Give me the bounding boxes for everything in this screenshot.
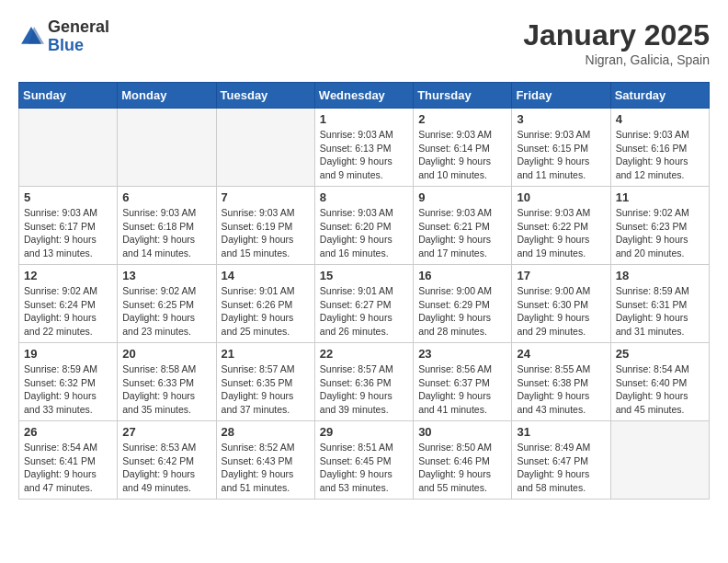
logo-text: General Blue [48, 18, 109, 55]
calendar-cell: 12Sunrise: 9:02 AMSunset: 6:24 PMDayligh… [19, 265, 118, 343]
calendar-cell: 11Sunrise: 9:02 AMSunset: 6:23 PMDayligh… [610, 187, 709, 265]
day-number: 29 [320, 425, 408, 439]
calendar-cell: 1Sunrise: 9:03 AMSunset: 6:13 PMDaylight… [314, 109, 413, 187]
calendar-week-row: 19Sunrise: 8:59 AMSunset: 6:32 PMDayligh… [19, 343, 710, 421]
cell-info: Sunrise: 9:03 AMSunset: 6:18 PMDaylight:… [122, 206, 210, 260]
cell-info: Sunrise: 9:01 AMSunset: 6:27 PMDaylight:… [320, 284, 408, 339]
cell-info: Sunrise: 8:54 AMSunset: 6:41 PMDaylight:… [24, 441, 112, 495]
day-number: 6 [122, 190, 210, 204]
calendar-cell: 20Sunrise: 8:58 AMSunset: 6:33 PMDayligh… [118, 343, 216, 421]
day-number: 14 [222, 269, 310, 282]
day-number: 12 [24, 269, 112, 282]
day-number: 21 [222, 347, 310, 361]
weekday-header: Wednesday [314, 83, 413, 109]
weekday-header: Monday [118, 83, 216, 109]
cell-info: Sunrise: 8:50 AMSunset: 6:46 PMDaylight:… [418, 441, 506, 495]
cell-info: Sunrise: 9:03 AMSunset: 6:17 PMDaylight:… [24, 206, 112, 260]
calendar-cell: 28Sunrise: 8:52 AMSunset: 6:43 PMDayligh… [216, 421, 314, 500]
cell-info: Sunrise: 8:51 AMSunset: 6:45 PMDaylight:… [320, 441, 408, 495]
day-number: 24 [517, 347, 605, 361]
day-number: 8 [320, 190, 408, 204]
cell-info: Sunrise: 9:00 AMSunset: 6:29 PMDaylight:… [418, 284, 506, 339]
calendar-cell: 27Sunrise: 8:53 AMSunset: 6:42 PMDayligh… [118, 421, 216, 500]
cell-info: Sunrise: 9:01 AMSunset: 6:26 PMDaylight:… [222, 284, 310, 339]
location: Nigran, Galicia, Spain [523, 52, 710, 67]
cell-info: Sunrise: 9:03 AMSunset: 6:15 PMDaylight:… [517, 128, 605, 182]
weekday-header: Tuesday [216, 83, 314, 109]
calendar-cell: 29Sunrise: 8:51 AMSunset: 6:45 PMDayligh… [314, 421, 413, 500]
calendar-cell: 6Sunrise: 9:03 AMSunset: 6:18 PMDaylight… [118, 187, 216, 265]
calendar-cell: 26Sunrise: 8:54 AMSunset: 6:41 PMDayligh… [19, 421, 118, 500]
calendar-cell [610, 421, 709, 500]
calendar-cell [19, 109, 118, 187]
cell-info: Sunrise: 9:00 AMSunset: 6:30 PMDaylight:… [517, 284, 605, 339]
calendar-week-row: 26Sunrise: 8:54 AMSunset: 6:41 PMDayligh… [19, 421, 710, 500]
calendar-header: SundayMondayTuesdayWednesdayThursdayFrid… [19, 83, 710, 109]
calendar-cell: 21Sunrise: 8:57 AMSunset: 6:35 PMDayligh… [216, 343, 314, 421]
calendar-cell: 16Sunrise: 9:00 AMSunset: 6:29 PMDayligh… [414, 265, 512, 343]
calendar-cell: 13Sunrise: 9:02 AMSunset: 6:25 PMDayligh… [118, 265, 216, 343]
day-number: 3 [517, 112, 605, 126]
day-number: 17 [517, 269, 605, 282]
calendar-cell: 17Sunrise: 9:00 AMSunset: 6:30 PMDayligh… [512, 265, 610, 343]
calendar-cell [118, 109, 216, 187]
cell-info: Sunrise: 8:54 AMSunset: 6:40 PMDaylight:… [616, 362, 704, 417]
cell-info: Sunrise: 9:03 AMSunset: 6:22 PMDaylight:… [517, 206, 605, 260]
cell-info: Sunrise: 8:56 AMSunset: 6:37 PMDaylight:… [418, 362, 506, 417]
day-number: 19 [24, 347, 112, 361]
calendar-cell: 31Sunrise: 8:49 AMSunset: 6:47 PMDayligh… [512, 421, 610, 500]
calendar-cell: 8Sunrise: 9:03 AMSunset: 6:20 PMDaylight… [314, 187, 413, 265]
calendar-cell: 5Sunrise: 9:03 AMSunset: 6:17 PMDaylight… [19, 187, 118, 265]
cell-info: Sunrise: 9:03 AMSunset: 6:16 PMDaylight:… [616, 128, 704, 182]
day-number: 25 [616, 347, 704, 361]
day-number: 27 [122, 425, 210, 439]
day-number: 28 [222, 425, 310, 439]
day-number: 2 [418, 112, 506, 126]
cell-info: Sunrise: 9:02 AMSunset: 6:25 PMDaylight:… [122, 284, 210, 339]
cell-info: Sunrise: 9:03 AMSunset: 6:21 PMDaylight:… [418, 206, 506, 260]
title-block: January 2025 Nigran, Galicia, Spain [523, 18, 710, 67]
logo-icon [18, 24, 44, 50]
weekday-header: Saturday [610, 83, 709, 109]
weekday-header: Friday [512, 83, 610, 109]
cell-info: Sunrise: 9:03 AMSunset: 6:13 PMDaylight:… [320, 128, 408, 182]
day-number: 23 [418, 347, 506, 361]
cell-info: Sunrise: 8:52 AMSunset: 6:43 PMDaylight:… [222, 441, 310, 495]
day-number: 15 [320, 269, 408, 282]
weekday-row: SundayMondayTuesdayWednesdayThursdayFrid… [19, 83, 710, 109]
calendar: SundayMondayTuesdayWednesdayThursdayFrid… [18, 82, 710, 500]
cell-info: Sunrise: 8:59 AMSunset: 6:31 PMDaylight:… [616, 284, 704, 339]
logo-blue: Blue [48, 37, 109, 55]
cell-info: Sunrise: 8:57 AMSunset: 6:36 PMDaylight:… [320, 362, 408, 417]
calendar-cell: 19Sunrise: 8:59 AMSunset: 6:32 PMDayligh… [19, 343, 118, 421]
day-number: 30 [418, 425, 506, 439]
cell-info: Sunrise: 9:02 AMSunset: 6:24 PMDaylight:… [24, 284, 112, 339]
day-number: 16 [418, 269, 506, 282]
cell-info: Sunrise: 9:03 AMSunset: 6:19 PMDaylight:… [222, 206, 310, 260]
calendar-week-row: 5Sunrise: 9:03 AMSunset: 6:17 PMDaylight… [19, 187, 710, 265]
calendar-cell: 22Sunrise: 8:57 AMSunset: 6:36 PMDayligh… [314, 343, 413, 421]
cell-info: Sunrise: 8:53 AMSunset: 6:42 PMDaylight:… [122, 441, 210, 495]
calendar-cell [216, 109, 314, 187]
day-number: 4 [616, 112, 704, 126]
day-number: 5 [24, 190, 112, 204]
calendar-cell: 15Sunrise: 9:01 AMSunset: 6:27 PMDayligh… [314, 265, 413, 343]
calendar-cell: 2Sunrise: 9:03 AMSunset: 6:14 PMDaylight… [414, 109, 512, 187]
logo: General Blue [18, 18, 109, 55]
calendar-cell: 4Sunrise: 9:03 AMSunset: 6:16 PMDaylight… [610, 109, 709, 187]
page-header: General Blue January 2025 Nigran, Galici… [18, 18, 710, 67]
calendar-cell: 9Sunrise: 9:03 AMSunset: 6:21 PMDaylight… [414, 187, 512, 265]
calendar-week-row: 1Sunrise: 9:03 AMSunset: 6:13 PMDaylight… [19, 109, 710, 187]
calendar-cell: 3Sunrise: 9:03 AMSunset: 6:15 PMDaylight… [512, 109, 610, 187]
day-number: 1 [320, 112, 408, 126]
calendar-cell: 30Sunrise: 8:50 AMSunset: 6:46 PMDayligh… [414, 421, 512, 500]
day-number: 10 [517, 190, 605, 204]
day-number: 20 [122, 347, 210, 361]
calendar-cell: 23Sunrise: 8:56 AMSunset: 6:37 PMDayligh… [414, 343, 512, 421]
cell-info: Sunrise: 8:58 AMSunset: 6:33 PMDaylight:… [122, 362, 210, 417]
day-number: 31 [517, 425, 605, 439]
calendar-cell: 14Sunrise: 9:01 AMSunset: 6:26 PMDayligh… [216, 265, 314, 343]
cell-info: Sunrise: 8:49 AMSunset: 6:47 PMDaylight:… [517, 441, 605, 495]
day-number: 7 [222, 190, 310, 204]
day-number: 11 [616, 190, 704, 204]
